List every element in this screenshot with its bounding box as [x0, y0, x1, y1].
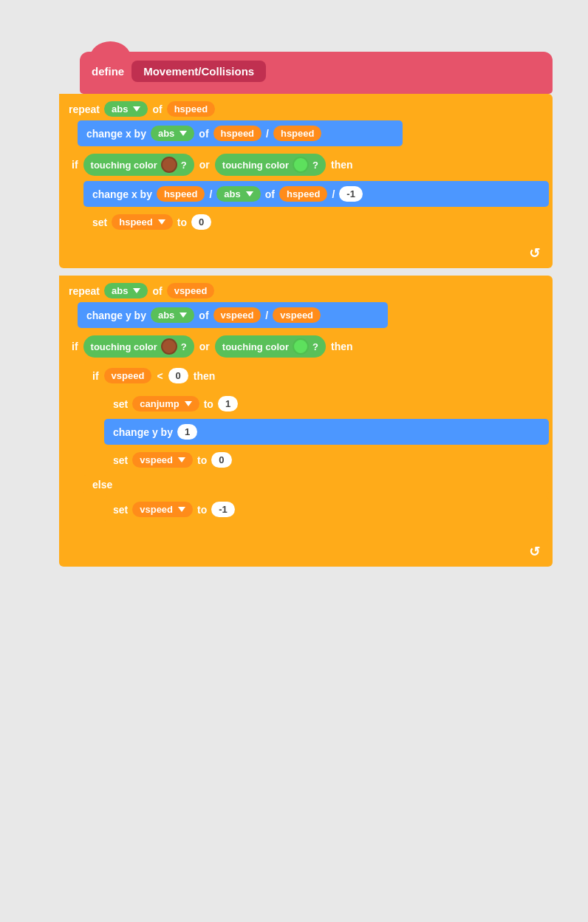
set-vspeed2-var-label: vspeed — [140, 504, 173, 515]
change-x2-abs-label: abs — [224, 188, 240, 199]
change-x2-var1[interactable]: hspeed — [157, 186, 205, 202]
repeat2-dropdown[interactable] — [133, 288, 140, 293]
repeat2-of: of — [152, 285, 162, 297]
if2-end — [63, 533, 549, 542]
if1-color1-circle[interactable] — [161, 157, 177, 173]
repeat2-keyword: repeat — [69, 285, 100, 297]
if3-header: if vspeed < 0 then — [83, 363, 549, 389]
change-y1-of: of — [199, 310, 208, 321]
scratch-program: define Movement/Collisions repeat abs of… — [50, 52, 553, 567]
set-canjump-dropdown[interactable] — [185, 401, 192, 406]
else-label: else — [92, 479, 112, 491]
change-x2-value[interactable]: -1 — [339, 186, 363, 202]
define-name[interactable]: Movement/Collisions — [131, 61, 266, 82]
change-y1-dropdown[interactable] — [180, 313, 187, 318]
set-hspeed-dropdown[interactable] — [158, 219, 165, 225]
set-vspeed1-keyword: set — [113, 454, 128, 466]
set-vspeed2-var[interactable]: vspeed — [132, 502, 193, 517]
change-x2-var2[interactable]: hspeed — [279, 186, 328, 202]
set-vspeed2-to: to — [197, 504, 207, 516]
define-label: define — [92, 65, 124, 78]
repeat1-hspeed[interactable]: hspeed — [167, 101, 216, 117]
if2-or: or — [199, 341, 210, 352]
if1-color2-circle[interactable] — [293, 157, 309, 173]
if1-header: if touching color ? or touching color ? … — [63, 148, 549, 181]
if3-value[interactable]: 0 — [168, 368, 188, 383]
change-x2-div1: / — [209, 188, 212, 200]
if2-keyword: if — [72, 341, 78, 352]
gap1 — [50, 268, 553, 276]
set-canjump-value[interactable]: 1 — [218, 396, 238, 412]
if2-container: if touching color ? or touching color ? … — [63, 330, 549, 542]
if1-touching1[interactable]: touching color ? — [83, 154, 194, 176]
change-y1-keyword: change y by — [86, 310, 146, 321]
repeat1-dropdown[interactable] — [133, 106, 140, 112]
change-x2-div2: / — [332, 188, 335, 200]
repeat2-vspeed[interactable]: vspeed — [167, 283, 215, 298]
if2-header: if touching color ? or touching color ? … — [63, 330, 549, 363]
change-y2-block: change y by 1 — [104, 419, 549, 445]
if2-touching1-label: touching color — [91, 341, 157, 352]
set-vspeed2-dropdown[interactable] — [178, 507, 185, 512]
repeat2-header: repeat abs of vspeed — [63, 279, 549, 302]
set-hspeed-var[interactable]: hspeed — [112, 214, 173, 230]
if1-or: or — [199, 159, 210, 171]
set-hspeed-value[interactable]: 0 — [191, 214, 211, 230]
change-x1-dropdown[interactable] — [180, 131, 187, 136]
if1-body: change x by hspeed / abs of hspeed / -1 … — [83, 181, 549, 235]
if1-touching2[interactable]: touching color ? — [215, 154, 326, 176]
change-y2-value[interactable]: 1 — [177, 424, 197, 440]
set-vspeed1-value[interactable]: 0 — [211, 452, 231, 468]
change-x2-keyword: change x by — [92, 188, 152, 200]
repeat1-of: of — [152, 103, 162, 115]
if2-then: then — [331, 341, 353, 352]
if1-touching2-label: touching color — [222, 160, 289, 171]
set-vspeed1-var[interactable]: vspeed — [132, 452, 193, 468]
if1-end — [63, 235, 549, 244]
change-x2-block: change x by hspeed / abs of hspeed / -1 — [83, 181, 549, 207]
set-vspeed1-to: to — [197, 454, 207, 466]
change-y1-block: change y by abs of vspeed / vspeed — [78, 302, 388, 328]
change-x1-abs[interactable]: abs — [151, 126, 194, 141]
set-hspeed-to: to — [177, 216, 187, 228]
change-x1-var1[interactable]: hspeed — [213, 126, 262, 141]
change-y1-var2[interactable]: vspeed — [273, 307, 321, 323]
change-y1-abs-label: abs — [158, 310, 174, 321]
if1-keyword: if — [72, 159, 78, 171]
set-hspeed-keyword: set — [92, 216, 107, 228]
change-y1-var1[interactable]: vspeed — [213, 307, 261, 323]
if2-touching1[interactable]: touching color ? — [83, 335, 194, 358]
if2-touching2[interactable]: touching color ? — [215, 335, 326, 358]
change-x2-dropdown[interactable] — [246, 191, 253, 197]
if3-then: then — [194, 370, 216, 382]
change-x1-abs-label: abs — [158, 128, 174, 139]
if3-var[interactable]: vspeed — [104, 368, 152, 383]
if1-q2: ? — [312, 160, 318, 171]
else-body: set vspeed to -1 — [104, 496, 549, 522]
set-canjump-var[interactable]: canjump — [132, 396, 199, 412]
repeat1-abs-label: abs — [112, 103, 128, 115]
change-x1-keyword: change x by — [86, 128, 146, 140]
if2-body: if vspeed < 0 then set canjump — [83, 363, 549, 533]
set-vspeed2-keyword: set — [113, 504, 128, 516]
repeat2-abs[interactable]: abs — [104, 283, 148, 298]
if1-q1: ? — [181, 160, 187, 171]
change-x1-of: of — [199, 128, 208, 140]
repeat2-container: repeat abs of vspeed change y by abs of … — [59, 276, 553, 567]
change-y1-abs[interactable]: abs — [151, 307, 194, 323]
if2-color1-circle[interactable] — [161, 338, 177, 355]
set-hspeed-block: set hspeed to 0 — [83, 209, 549, 235]
set-vspeed1-dropdown[interactable] — [178, 457, 185, 462]
change-x2-of: of — [265, 188, 275, 200]
set-vspeed2-value[interactable]: -1 — [211, 502, 235, 517]
repeat2-loop-icon: ↺ — [63, 542, 549, 563]
set-canjump-block: set canjump to 1 — [104, 391, 549, 417]
define-block: define Movement/Collisions — [80, 52, 553, 94]
if1-then: then — [331, 159, 353, 171]
repeat1-abs[interactable]: abs — [104, 101, 148, 117]
change-x2-abs[interactable]: abs — [216, 186, 260, 202]
if3-end — [83, 525, 549, 533]
set-vspeed1-var-label: vspeed — [140, 454, 173, 465]
change-x1-var2[interactable]: hspeed — [273, 126, 322, 141]
if2-color2-circle[interactable] — [293, 338, 309, 355]
